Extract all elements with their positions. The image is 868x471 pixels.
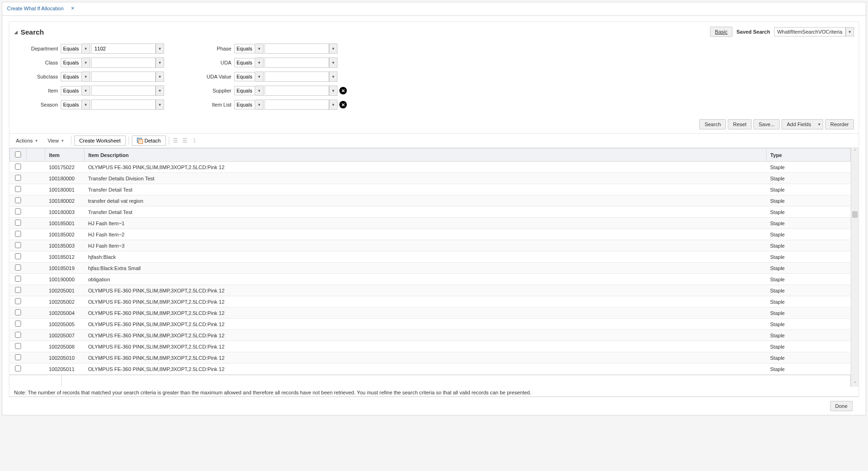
table-row[interactable]: 100205004 OLYMPUS FE-360 PINK,SLIM,8MP,3… [10,307,851,319]
chevron-down-icon[interactable]: ▼ [329,57,337,68]
table-row[interactable]: 100185012 hjfash:Black Staple [10,251,851,263]
chevron-down-icon[interactable]: ▼ [255,43,264,54]
chevron-down-icon[interactable]: ▼ [82,86,90,96]
chevron-down-icon[interactable]: ▼ [156,86,164,96]
basic-button[interactable]: Basic [710,27,733,37]
row-checkbox[interactable] [15,332,21,338]
row-checkbox[interactable] [15,343,21,349]
item-input[interactable] [91,86,156,96]
item-list-op[interactable] [234,100,255,109]
uda-value-op[interactable] [234,72,255,81]
row-checkbox[interactable] [15,298,21,304]
row-checkbox[interactable] [15,208,21,214]
table-row[interactable]: 100175022 OLYMPUS FE-360 PINK,SLIM,8MP,3… [10,162,851,173]
row-checkbox[interactable] [15,354,21,360]
uda-value-input[interactable] [265,71,329,82]
row-checkbox[interactable] [15,220,21,226]
collapse-icon[interactable]: ◢ [14,29,18,35]
select-all-checkbox[interactable] [15,151,21,157]
table-row[interactable]: 100190000 obligation Staple [10,274,851,285]
chevron-down-icon[interactable]: ▼ [816,119,823,129]
tree-collapse-icon[interactable]: ☰ [181,137,189,144]
department-input[interactable] [91,43,156,54]
wrap-icon[interactable]: ⤵ [191,137,198,144]
phase-input[interactable] [265,43,329,54]
remove-supplier-icon[interactable]: ✕ [339,87,347,94]
chevron-down-icon[interactable]: ▼ [156,71,164,82]
detach-button[interactable]: Detach [132,136,166,146]
season-op[interactable] [61,100,82,109]
table-row[interactable]: 100180001 Transfer Detail Test Staple [10,184,851,195]
table-row[interactable]: 100205011 OLYMPUS FE-360 PINK,SLIM,8MP,3… [10,364,851,375]
table-row[interactable]: 100185001 HJ Fash Item~1 Staple [10,218,851,229]
chevron-down-icon[interactable]: ▼ [255,100,264,110]
row-checkbox[interactable] [15,197,21,203]
table-row[interactable]: 100205005 OLYMPUS FE-360 PINK,SLIM,8MP,3… [10,319,851,330]
reorder-button[interactable]: Reorder [825,119,854,129]
close-icon[interactable]: × [69,5,76,12]
table-row[interactable]: 100185019 hjfas:Black:Extra Small Staple [10,263,851,274]
subclass-op[interactable] [61,72,82,81]
table-row[interactable]: 100180002 transfer detail vat region Sta… [10,195,851,207]
chevron-down-icon[interactable]: ▼ [255,86,264,96]
row-checkbox[interactable] [15,321,21,327]
row-checkbox[interactable] [15,276,21,282]
save-button[interactable]: Save... [753,119,780,129]
saved-search-select[interactable]: WhatIfItemSearchVOCriteria [774,27,846,36]
chevron-down-icon[interactable]: ▼ [329,100,337,110]
type-header[interactable]: Type [767,149,851,162]
chevron-down-icon[interactable]: ▼ [255,71,264,82]
chevron-down-icon[interactable]: ▼ [82,71,90,82]
row-checkbox[interactable] [15,175,21,181]
phase-op[interactable] [234,44,255,53]
supplier-input[interactable] [265,86,329,96]
view-menu[interactable]: View ▼ [44,136,68,145]
remove-item-list-icon[interactable]: ✕ [339,101,347,108]
chevron-down-icon[interactable]: ▼ [156,57,164,68]
tab-create-what-if[interactable]: Create What If Allocation × [2,2,81,15]
table-row[interactable]: 100205007 OLYMPUS FE-360 PINK,SLIM,8MP,3… [10,330,851,341]
item-op[interactable] [61,86,82,95]
row-checkbox[interactable] [15,264,21,271]
table-row[interactable]: 100185002 HJ Fash Item~2 Staple [10,229,851,240]
item-header[interactable]: Item [45,149,85,162]
class-input[interactable] [91,57,156,68]
row-checkbox[interactable] [15,231,21,237]
row-checkbox[interactable] [15,365,21,371]
actions-menu[interactable]: Actions ▼ [12,136,42,145]
uda-op[interactable] [234,58,255,67]
supplier-op[interactable] [234,86,255,95]
table-row[interactable]: 100205008 OLYMPUS FE-360 PINK,SLIM,8MP,3… [10,341,851,352]
chevron-down-icon[interactable]: ▼ [255,57,264,68]
row-checkbox[interactable] [15,287,21,293]
item-list-input[interactable] [265,100,329,110]
table-row[interactable]: 100205002 OLYMPUS FE-360 PINK,SLIM,8MP,3… [10,296,851,307]
row-checkbox[interactable] [15,186,21,192]
chevron-down-icon[interactable]: ▼ [329,86,337,96]
done-button[interactable]: Done [830,401,853,411]
season-input[interactable] [91,100,156,110]
chevron-down-icon[interactable]: ▼ [82,57,90,68]
department-op[interactable] [61,44,82,53]
row-checkbox[interactable] [15,253,21,259]
chevron-down-icon[interactable]: ▼ [156,100,164,110]
table-row[interactable]: 100180003 Transfer Detail Test Staple [10,207,851,218]
scroll-down-icon[interactable]: ˅ [854,380,856,387]
chevron-down-icon[interactable]: ▼ [329,71,337,82]
create-worksheet-button[interactable]: Create Worksheet [74,136,126,146]
vertical-scrollbar[interactable]: ˄ ˅ [851,148,859,387]
row-checkbox[interactable] [15,242,21,248]
reset-button[interactable]: Reset [728,119,752,129]
table-row[interactable]: 100205001 OLYMPUS FE-360 PINK,SLIM,8MP,3… [10,285,851,296]
chevron-down-icon[interactable]: ▼ [82,43,90,54]
class-op[interactable] [61,58,82,67]
row-checkbox[interactable] [15,309,21,315]
table-row[interactable]: 100205010 OLYMPUS FE-360 PINK,SLIM,8MP,3… [10,352,851,364]
chevron-down-icon[interactable]: ▼ [846,27,854,36]
description-header[interactable]: Item Description [85,149,767,162]
scroll-thumb[interactable] [852,211,858,218]
row-checkbox[interactable] [15,164,21,170]
tree-expand-icon[interactable]: ☰ [172,137,179,144]
chevron-down-icon[interactable]: ▼ [156,43,164,54]
subclass-input[interactable] [91,71,156,82]
